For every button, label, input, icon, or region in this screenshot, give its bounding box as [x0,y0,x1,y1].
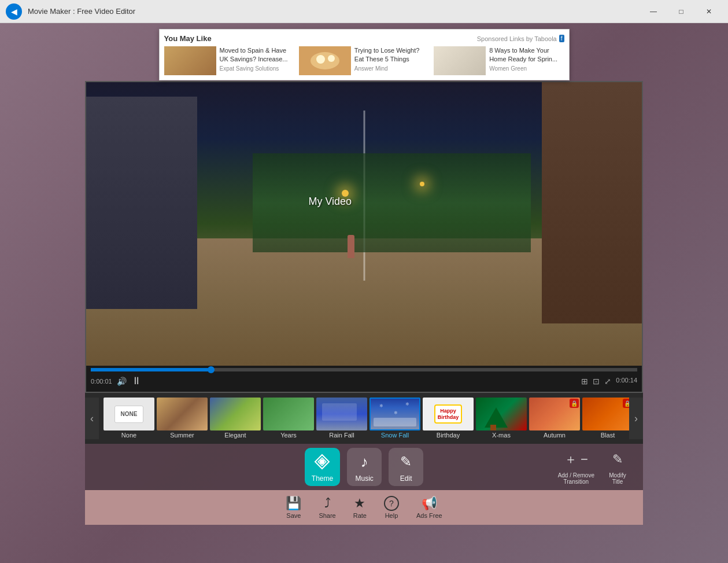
ad-sponsored: Sponsored Links by Taboola f [477,34,564,43]
ad-source-2: Answer Mind [354,65,429,72]
add-remove-icon: ＋ − [562,449,590,470]
theme-years[interactable]: Years [263,398,314,439]
modify-title-button[interactable]: ✎ ModifyTitle [604,449,631,485]
ad-items: Moved to Spain & Have UK Savings? Increa… [164,46,564,75]
progress-fill [91,368,211,371]
theme-none[interactable]: NONE None [104,398,154,439]
ad-image-2 [299,46,351,75]
theme-birthday[interactable]: HappyBirthday Birthday [423,398,474,439]
theme-autumn-lock: 🔒 [570,399,579,408]
edit-button[interactable]: ✎ Edit [389,448,423,486]
theme-rainfall[interactable]: Rain Fall [316,398,367,439]
rate-icon: ★ [354,496,365,511]
video-controls: 0:00:01 🔊 ⏸ ⊞ ⊡ ⤢ 0:00:14 [86,366,642,392]
add-remove-label: Add / RemoveTransition [558,472,594,485]
controls-left: 0:00:01 🔊 ⏸ [91,375,142,387]
fullscreen-icon[interactable]: ⤢ [604,377,611,386]
controls-row: 0:00:01 🔊 ⏸ ⊞ ⊡ ⤢ 0:00:14 [91,375,637,387]
controls-right: ⊞ ⊡ ⤢ 0:00:14 [581,377,637,386]
ad-image-1 [164,46,216,75]
ad-title-3: 8 Ways to Make Your Home Ready for Sprin… [489,46,564,64]
rate-label: Rate [353,512,367,519]
time-start: 0:00:01 [91,378,112,385]
share-button[interactable]: ⤴ Share [319,496,335,519]
theme-summer[interactable]: Summer [157,398,208,439]
theme-autumn[interactable]: 🔒 Autumn [529,398,580,439]
add-remove-transition-button[interactable]: ＋ − Add / RemoveTransition [558,449,594,485]
ad-banner: You May Like Sponsored Links by Taboola … [159,29,570,80]
share-label: Share [319,512,335,519]
theme-years-label: Years [263,432,314,439]
theme-rainfall-label: Rain Fall [316,432,367,439]
ad-source-3: Women Green [489,65,564,72]
music-label: Music [356,474,374,483]
theme-icon [312,451,332,472]
themes-scroll-area: NONE None Summer Elegant [99,395,629,441]
theme-blast-lock: 🔒 [623,399,629,408]
ad-title-2: Trying to Lose Weight? Eat These 5 Thing… [354,46,429,64]
theme-birthday-label: Birthday [423,432,474,439]
ads-free-button[interactable]: 📢 Ads Free [416,496,442,519]
bottom-toolbar: Theme ♪ Music ✎ Edit ＋ − Add / RemoveTra… [85,444,643,490]
theme-autumn-label: Autumn [529,432,580,439]
progress-bar[interactable] [91,368,637,371]
save-label: Save [286,512,301,519]
share-icon: ⤴ [324,496,331,511]
minimize-button[interactable]: — [640,3,667,20]
layout-icon[interactable]: ⊞ [581,377,588,386]
maximize-button[interactable]: □ [668,3,694,20]
progress-thumb[interactable] [208,366,215,373]
play-pause-button[interactable]: ⏸ [131,375,142,387]
ad-item-1[interactable]: Moved to Spain & Have UK Savings? Increa… [164,46,294,75]
ad-item-2[interactable]: Trying to Lose Weight? Eat These 5 Thing… [299,46,429,75]
theme-elegant[interactable]: Elegant [210,398,261,439]
theme-summer-label: Summer [157,432,208,439]
app-title: Movie Maker : Free Video Editor [28,7,640,16]
theme-blast-label: Blast [582,432,629,439]
video-container: My Video 0:00:01 🔊 ⏸ ⊞ ⊡ ⤢ 0:00:14 [85,81,643,393]
right-toolbar: ＋ − Add / RemoveTransition ✎ ModifyTitle [558,449,631,485]
ad-item-3[interactable]: 8 Ways to Make Your Home Ready for Sprin… [434,46,564,75]
music-button[interactable]: ♪ Music [347,448,382,486]
theme-blast[interactable]: 🔒 Blast [582,398,629,439]
aspect-icon[interactable]: ⊡ [593,377,600,386]
ad-header: You May Like Sponsored Links by Taboola … [164,34,564,43]
ad-source-1: Expat Saving Solutions [220,65,294,72]
ad-heading: You May Like [164,34,212,43]
back-button[interactable]: ◀ [6,3,22,20]
modify-title-icon: ✎ [604,449,631,470]
music-icon: ♪ [354,451,375,472]
svg-point-0 [320,459,324,464]
rate-button[interactable]: ★ Rate [353,496,367,519]
window-controls: — □ ✕ [640,3,722,20]
theme-elegant-label: Elegant [210,432,261,439]
title-bar: ◀ Movie Maker : Free Video Editor — □ ✕ [0,0,728,23]
footer-bar: 💾 Save ⤴ Share ★ Rate ? Help 📢 Ads Free [85,490,643,525]
help-button[interactable]: ? Help [384,496,399,519]
ad-image-3 [434,46,486,75]
save-button[interactable]: 💾 Save [286,496,301,519]
close-button[interactable]: ✕ [696,3,722,20]
theme-xmas[interactable]: X-mas [476,398,527,439]
ads-free-icon: 📢 [422,496,437,511]
themes-scroll-right[interactable]: › [629,398,643,439]
theme-none-label: None [104,432,154,439]
modify-title-label: ModifyTitle [609,472,626,485]
ad-title-1: Moved to Spain & Have UK Savings? Increa… [220,46,294,64]
theme-xmas-label: X-mas [476,432,527,439]
time-end: 0:00:14 [616,377,637,386]
help-icon: ? [384,496,399,511]
theme-label: Theme [312,474,333,483]
help-label: Help [385,512,398,519]
video-background [86,82,642,366]
save-icon: 💾 [286,496,301,511]
theme-snowfall[interactable]: ❄ ❄ ❄ Snow Fall [369,398,420,439]
volume-icon[interactable]: 🔊 [117,377,127,386]
edit-icon: ✎ [396,451,416,472]
edit-label: Edit [400,474,412,483]
themes-strip: ‹ NONE None Summer [85,393,643,444]
theme-button[interactable]: Theme [305,448,340,486]
ads-free-label: Ads Free [416,512,442,519]
video-screen: My Video [86,82,642,366]
themes-scroll-left[interactable]: ‹ [85,398,99,439]
